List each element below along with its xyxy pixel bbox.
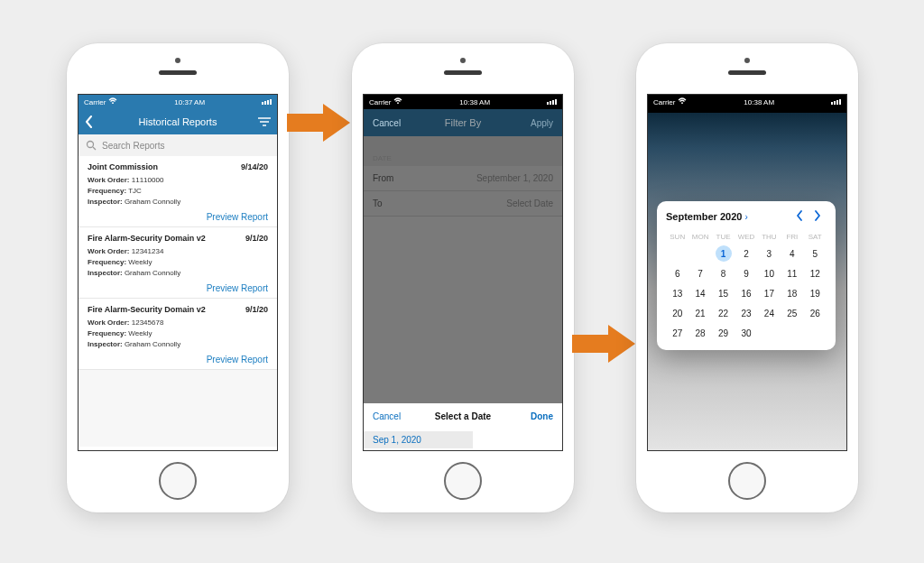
calendar-month-label[interactable]: September 2020	[666, 211, 742, 222]
calendar-day[interactable]: 6	[666, 263, 688, 283]
calendar-dow: SAT	[804, 230, 827, 244]
carrier-label: Carrier	[369, 98, 391, 106]
search-placeholder: Search Reports	[102, 141, 164, 151]
calendar-day[interactable]: 8	[712, 263, 735, 283]
selected-date-value[interactable]: Sep 1, 2020	[364, 431, 473, 448]
chevron-left-icon	[796, 210, 803, 221]
back-button[interactable]	[84, 109, 95, 134]
carrier-label: Carrier	[84, 98, 106, 106]
calendar-day[interactable]: 3	[758, 244, 781, 263]
calendar-day[interactable]: 4	[781, 244, 803, 263]
next-month-button[interactable]	[808, 210, 827, 223]
chevron-right-icon	[814, 210, 821, 221]
to-value: Select Date	[506, 198, 553, 208]
calendar-day	[804, 323, 827, 343]
carrier-label: Carrier	[653, 98, 675, 106]
calendar-day[interactable]: 25	[781, 303, 803, 323]
calendar-day[interactable]: 20	[666, 303, 688, 323]
report-card: Fire Alarm-Security Domain v29/1/20Work …	[79, 227, 277, 299]
status-bar: Carrier 10:37 AM	[79, 95, 277, 109]
sheet-done-button[interactable]: Done	[531, 411, 553, 421]
calendar-day[interactable]: 11	[781, 263, 803, 283]
to-label: To	[373, 198, 383, 208]
report-title: Fire Alarm-Security Domain v2	[88, 234, 206, 243]
chevron-right-icon: ›	[744, 212, 747, 222]
svg-point-6	[398, 102, 400, 104]
status-time: 10:38 AM	[744, 98, 774, 106]
search-icon	[86, 140, 97, 151]
calendar-day[interactable]: 12	[804, 263, 827, 283]
calendar-day[interactable]: 2	[735, 244, 757, 263]
calendar-dow: THU	[758, 230, 781, 244]
home-button[interactable]	[444, 462, 482, 500]
battery-icon	[831, 99, 841, 105]
svg-point-0	[113, 102, 115, 104]
status-bar: Carrier 10:38 AM	[648, 95, 846, 109]
calendar-day[interactable]: 7	[688, 263, 711, 283]
calendar-day[interactable]: 1	[712, 244, 735, 263]
svg-point-4	[88, 142, 94, 148]
preview-report-link[interactable]: Preview Report	[88, 208, 268, 223]
calendar-dow: FRI	[781, 230, 803, 244]
filter-icon	[257, 116, 272, 127]
calendar-day[interactable]: 27	[666, 323, 688, 343]
calendar-popover: September 2020 › SUNMONTUEWEDTHUFRISAT 1…	[657, 201, 836, 350]
calendar-day[interactable]: 18	[781, 283, 803, 303]
calendar-day[interactable]: 5	[804, 244, 827, 263]
flow-arrow-icon	[572, 325, 635, 363]
date-picker-sheet: Cancel Select a Date Done Sep 1, 2020	[364, 403, 562, 450]
calendar-day[interactable]: 30	[735, 323, 757, 343]
calendar-day[interactable]: 23	[735, 303, 757, 323]
calendar-day	[781, 323, 803, 343]
calendar-day[interactable]: 28	[688, 323, 711, 343]
report-card: Joint Commission9/14/20Work Order: 11110…	[79, 156, 277, 227]
calendar-day[interactable]: 22	[712, 303, 735, 323]
preview-report-link[interactable]: Preview Report	[88, 279, 268, 294]
calendar-day[interactable]: 16	[735, 283, 757, 303]
calendar-day[interactable]: 29	[712, 323, 735, 343]
calendar-day[interactable]: 17	[758, 283, 781, 303]
home-button[interactable]	[728, 462, 766, 500]
report-card: Fire Alarm-Security Domain v29/1/20Work …	[79, 299, 277, 370]
preview-report-link[interactable]: Preview Report	[88, 350, 268, 365]
svg-point-7	[682, 102, 684, 104]
search-field[interactable]: Search Reports	[79, 134, 277, 156]
sheet-cancel-button[interactable]: Cancel	[373, 411, 401, 421]
from-label: From	[373, 173, 393, 183]
wifi-icon	[393, 97, 402, 106]
calendar-day[interactable]: 10	[758, 263, 781, 283]
reports-list[interactable]: Joint Commission9/14/20Work Order: 11110…	[79, 156, 277, 447]
prev-month-button[interactable]	[790, 210, 808, 223]
calendar-day	[666, 244, 688, 263]
from-date-row[interactable]: From September 1, 2020	[364, 166, 562, 191]
home-button[interactable]	[159, 462, 197, 500]
calendar-dow: TUE	[712, 230, 735, 244]
battery-icon	[547, 99, 557, 105]
calendar-day[interactable]: 21	[688, 303, 711, 323]
calendar-day[interactable]: 19	[804, 283, 827, 303]
svg-line-5	[93, 147, 96, 150]
flow-arrow-icon	[287, 104, 350, 142]
from-value: September 1, 2020	[476, 173, 553, 183]
filter-navbar: Cancel Filter By Apply	[364, 109, 562, 136]
calendar-day	[688, 244, 711, 263]
calendar-day[interactable]: 13	[666, 283, 688, 303]
calendar-day[interactable]: 9	[735, 263, 757, 283]
calendar-dow: WED	[735, 230, 757, 244]
wifi-icon	[108, 97, 117, 106]
calendar-dow: MON	[688, 230, 711, 244]
calendar-dow: SUN	[666, 230, 688, 244]
calendar-day[interactable]: 26	[804, 303, 827, 323]
filter-button[interactable]	[257, 109, 272, 134]
report-date: 9/14/20	[241, 162, 268, 171]
filter-apply-button[interactable]: Apply	[531, 118, 553, 128]
calendar-day[interactable]: 24	[758, 303, 781, 323]
report-title: Joint Commission	[88, 162, 158, 171]
report-date: 9/1/20	[245, 234, 268, 243]
date-section-label: DATE	[364, 136, 562, 166]
to-date-row[interactable]: To Select Date	[364, 191, 562, 217]
calendar-day[interactable]: 15	[712, 283, 735, 303]
calendar-day[interactable]: 14	[688, 283, 711, 303]
filter-cancel-button[interactable]: Cancel	[373, 118, 401, 128]
battery-icon	[262, 99, 272, 105]
